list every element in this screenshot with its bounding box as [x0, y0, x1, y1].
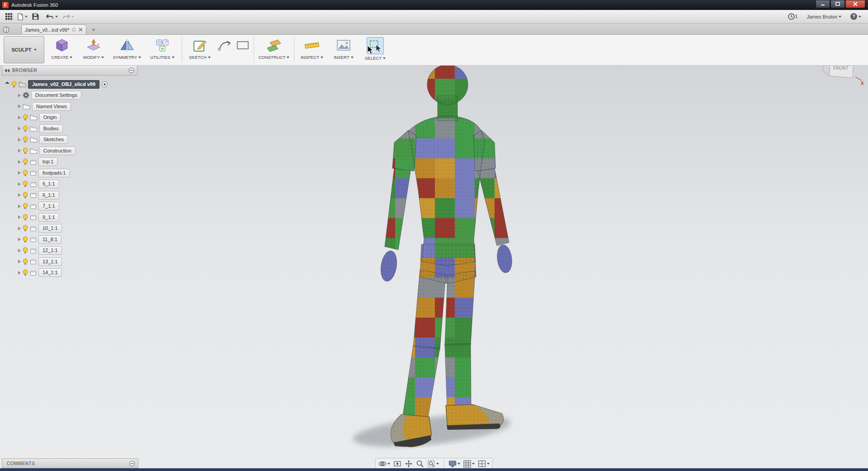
expand-arrow-icon[interactable]	[18, 138, 21, 142]
tree-item[interactable]: 9_1:1	[2, 212, 137, 223]
sketch-rectangle-button[interactable]	[234, 37, 252, 53]
visibility-bulb-icon[interactable]	[23, 147, 28, 154]
tree-item-label[interactable]: top:1	[38, 157, 57, 166]
tree-item-label[interactable]: Sketches	[39, 135, 68, 144]
fit-button[interactable]	[427, 460, 439, 468]
tree-item-label[interactable]: Construction	[39, 147, 75, 155]
close-button[interactable]	[845, 0, 865, 8]
visibility-bulb-icon[interactable]	[23, 203, 28, 209]
tree-item-label[interactable]: footpads:1	[38, 169, 70, 177]
expand-arrow-icon[interactable]	[18, 105, 21, 108]
tree-item[interactable]: 7_1:1	[2, 201, 137, 212]
tree-root-label[interactable]: James_v02_OBJ_slicd v99	[28, 80, 99, 89]
tree-item-label[interactable]: Named Views	[32, 102, 71, 111]
activate-component-radio-icon[interactable]	[101, 81, 108, 88]
expand-arrow-icon[interactable]	[18, 205, 21, 208]
tree-item[interactable]: Construction	[2, 145, 137, 157]
close-tab-icon[interactable]	[79, 28, 83, 32]
visibility-bulb-icon[interactable]	[23, 114, 28, 121]
ribbon-group-symmetry[interactable]: SYMMETRY	[109, 34, 145, 65]
tree-item[interactable]: 5_1:1	[2, 179, 137, 190]
visibility-bulb-icon[interactable]	[23, 269, 28, 276]
minimize-panel-icon[interactable]	[129, 461, 135, 466]
tree-item-label[interactable]: 11_8:1	[38, 235, 61, 244]
expand-arrow-icon[interactable]	[18, 238, 21, 241]
job-status-button[interactable]: 1	[786, 12, 800, 21]
visibility-bulb-icon[interactable]	[23, 136, 28, 143]
expand-arrow-icon[interactable]	[18, 160, 21, 164]
visibility-bulb-icon[interactable]	[23, 181, 28, 187]
document-tab-active[interactable]: James_v0...icd v99*	[21, 24, 86, 34]
tree-item[interactable]: 10_1:1	[2, 223, 137, 234]
display-settings-button[interactable]	[448, 460, 460, 467]
expand-arrow-icon[interactable]	[18, 193, 21, 197]
expand-arrow-icon[interactable]	[18, 182, 21, 186]
visibility-bulb-icon[interactable]	[23, 225, 28, 232]
tree-root-item[interactable]: James_v02_OBJ_slicd v99	[2, 79, 137, 90]
ribbon-group-construct[interactable]: CONSTRUCT	[256, 34, 292, 65]
expand-arrow-icon[interactable]	[18, 215, 21, 219]
expand-arrow-icon[interactable]	[18, 260, 21, 263]
visibility-bulb-icon[interactable]	[11, 81, 17, 88]
visibility-bulb-icon[interactable]	[23, 170, 28, 176]
expand-arrow-icon[interactable]	[18, 149, 21, 152]
tree-item-label[interactable]: Bodies	[39, 124, 63, 133]
visibility-bulb-icon[interactable]	[23, 214, 28, 221]
ribbon-group-create[interactable]: CREATE	[46, 34, 78, 65]
tree-item[interactable]: Document Settings	[2, 90, 137, 101]
visibility-bulb-icon[interactable]	[23, 236, 28, 243]
tree-item[interactable]: top:1	[2, 157, 137, 168]
tree-item[interactable]: 12_1:1	[2, 245, 137, 257]
pan-button[interactable]	[405, 460, 413, 468]
expand-arrow-icon[interactable]	[18, 271, 21, 275]
tree-item[interactable]: Sketches	[2, 134, 137, 146]
minimize-panel-icon[interactable]	[128, 67, 134, 73]
ribbon-group-modify[interactable]: MODIFY	[78, 34, 109, 65]
ribbon-group-select[interactable]: SELECT	[359, 34, 391, 65]
file-menu-button[interactable]	[15, 12, 30, 22]
tree-item[interactable]: Origin	[2, 112, 137, 124]
tree-item-label[interactable]: 14_1:1	[38, 268, 62, 277]
tree-item-label[interactable]: Origin	[39, 113, 61, 122]
expand-arrow-icon[interactable]	[18, 249, 21, 252]
visibility-bulb-icon[interactable]	[23, 247, 28, 254]
tree-item-label[interactable]: 13_1:1	[38, 257, 62, 266]
save-button[interactable]	[30, 12, 41, 21]
orbit-button[interactable]	[378, 460, 390, 468]
ribbon-group-inspect[interactable]: INSPECT	[296, 34, 328, 65]
undo-button[interactable]	[44, 12, 60, 21]
tree-item[interactable]: 6_1:1	[2, 190, 137, 201]
ribbon-group-utilities[interactable]: UTILITIES	[145, 34, 180, 65]
ribbon-group-insert[interactable]: INSERT	[328, 34, 359, 65]
tree-item[interactable]: Bodies	[2, 123, 137, 134]
expand-arrow-icon[interactable]	[18, 171, 21, 175]
collapse-panel-icon[interactable]	[4, 68, 10, 73]
tree-item-label[interactable]: 7_1:1	[38, 202, 59, 210]
zoom-button[interactable]	[416, 460, 424, 468]
redo-button[interactable]	[60, 12, 76, 21]
visibility-bulb-icon[interactable]	[23, 258, 28, 265]
tree-item-label[interactable]: 12_1:1	[38, 246, 62, 255]
tree-item[interactable]: 13_1:1	[2, 256, 137, 267]
look-at-button[interactable]	[393, 460, 401, 468]
tree-item-label[interactable]: Document Settings	[31, 91, 81, 100]
tree-item[interactable]: Named Views	[2, 101, 137, 112]
browser-panel-header[interactable]: BROWSER	[2, 65, 137, 76]
data-panel-button[interactable]	[3, 11, 15, 22]
tree-item[interactable]: 14_1:1	[2, 267, 137, 279]
expand-arrow-icon[interactable]	[18, 127, 21, 130]
ribbon-group-sketch[interactable]: SKETCH	[184, 34, 216, 65]
tree-item[interactable]: footpads:1	[2, 167, 137, 179]
tree-item-label[interactable]: 9_1:1	[38, 213, 59, 222]
tree-item-label[interactable]: 10_1:1	[38, 224, 62, 233]
visibility-bulb-icon[interactable]	[23, 125, 28, 132]
tree-item-label[interactable]: 5_1:1	[38, 180, 59, 188]
expand-arrow-icon[interactable]	[18, 227, 21, 230]
visibility-bulb-icon[interactable]	[23, 158, 28, 165]
comments-panel[interactable]: COMMENTS	[2, 458, 138, 468]
new-tab-button[interactable]: +	[90, 26, 97, 33]
user-menu-button[interactable]: James Bruton	[804, 13, 844, 21]
expand-arrow-icon[interactable]	[18, 94, 21, 97]
expand-arrow-icon[interactable]	[5, 81, 11, 87]
viewports-button[interactable]	[478, 460, 490, 467]
